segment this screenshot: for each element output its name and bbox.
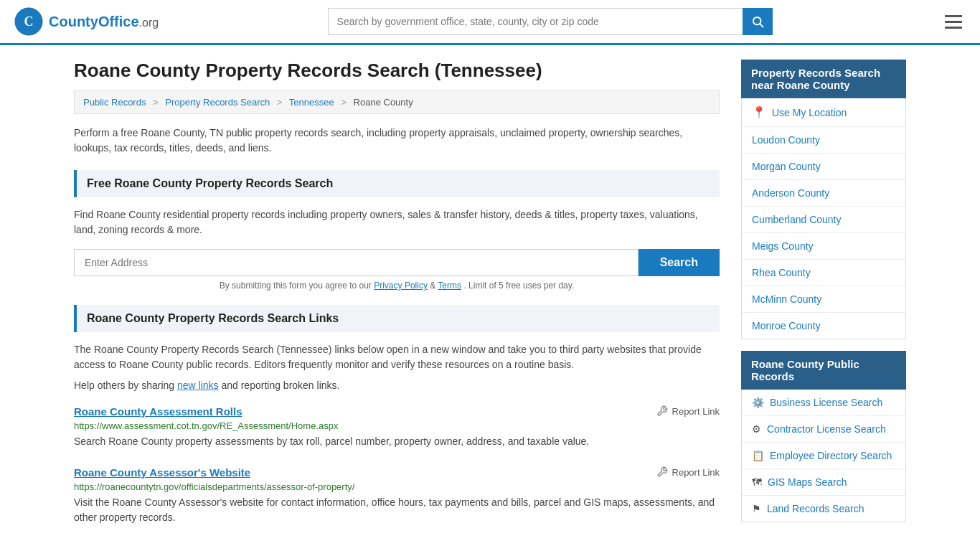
free-search-heading: Free Roane County Property Records Searc…	[74, 170, 720, 197]
main-container: Roane County Property Records Search (Te…	[60, 45, 920, 551]
address-form: Search By submitting this form you agree…	[74, 249, 720, 291]
terms-link[interactable]: Terms	[438, 281, 461, 291]
svg-text:C: C	[24, 14, 34, 29]
header-search-input[interactable]	[328, 8, 743, 35]
menu-bar-1	[945, 15, 962, 17]
breadcrumb-sep-3: >	[341, 97, 347, 108]
link-entry-2-header: Roane County Assessor's Website Report L…	[74, 466, 720, 479]
content-area: Roane County Property Records Search (Te…	[74, 60, 720, 542]
sidebar-item-cumberland[interactable]: Cumberland County	[742, 207, 905, 233]
address-form-row: Search	[74, 249, 720, 276]
link-url-2: https://roanecountytn.gov/officialsdepar…	[74, 481, 720, 492]
link-url-1: https://www.assessment.cot.tn.gov/RE_Ass…	[74, 420, 720, 431]
page-title: Roane County Property Records Search (Te…	[74, 60, 720, 82]
land-icon-records: ⚑	[752, 503, 761, 514]
logo-text: CountyOffice.org	[49, 14, 159, 30]
header-search-button[interactable]	[743, 8, 773, 35]
map-icon-gis: 🗺	[752, 476, 762, 488]
wrench-icon-2	[656, 466, 668, 478]
report-link-button-2[interactable]: Report Link	[656, 466, 720, 478]
sidebar-item-loudon[interactable]: Loudon County	[742, 127, 905, 154]
public-records-item-contractor[interactable]: ⚙ Contractor License Search	[742, 416, 905, 443]
breadcrumb: Public Records > Property Records Search…	[74, 90, 720, 114]
link-entry-1-header: Roane County Assessment Rolls Report Lin…	[74, 405, 720, 418]
link-desc-2: Visit the Roane County Assessor's websit…	[74, 495, 720, 525]
report-link-button-1[interactable]: Report Link	[656, 405, 720, 417]
breadcrumb-property-records-search[interactable]: Property Records Search	[165, 97, 270, 108]
breadcrumb-sep-2: >	[277, 97, 283, 108]
hamburger-menu-button[interactable]	[941, 11, 966, 32]
wrench-icon-1	[656, 405, 668, 417]
svg-line-3	[760, 24, 763, 27]
sidebar-item-mcminn[interactable]: McMinn County	[742, 286, 905, 313]
new-links-link[interactable]: new links	[177, 380, 219, 391]
rhea-county-link[interactable]: Rhea County	[752, 267, 811, 278]
breadcrumb-public-records[interactable]: Public Records	[83, 97, 146, 108]
link-entry-2: Roane County Assessor's Website Report L…	[74, 466, 720, 525]
gear-icon-business: ⚙️	[752, 397, 764, 408]
breadcrumb-sep-1: >	[153, 97, 159, 108]
sidebar-item-meigs[interactable]: Meigs County	[742, 233, 905, 260]
nearby-counties-list: 📍 Use My Location Loudon County Morgan C…	[741, 98, 906, 339]
link-title-2[interactable]: Roane County Assessor's Website	[74, 466, 250, 479]
menu-bar-2	[945, 21, 962, 23]
gear-icon-contractor: ⚙	[752, 423, 761, 435]
land-records-search-link[interactable]: Land Records Search	[767, 503, 864, 514]
address-input[interactable]	[74, 249, 639, 276]
form-disclaimer: By submitting this form you agree to our…	[74, 281, 720, 291]
logo-icon: C	[14, 7, 43, 36]
sidebar-item-anderson[interactable]: Anderson County	[742, 180, 905, 207]
header: C CountyOffice.org	[0, 0, 980, 45]
sidebar-item-morgan[interactable]: Morgan County	[742, 154, 905, 180]
breadcrumb-tennessee[interactable]: Tennessee	[289, 97, 334, 108]
public-records-section-title: Roane County Public Records	[741, 351, 906, 390]
link-entry-1: Roane County Assessment Rolls Report Lin…	[74, 405, 720, 449]
menu-bar-3	[945, 27, 962, 29]
business-license-search-link[interactable]: Business License Search	[770, 397, 882, 408]
search-bar-area	[328, 8, 773, 35]
search-button[interactable]: Search	[639, 249, 720, 276]
public-records-list: ⚙️ Business License Search ⚙ Contractor …	[741, 390, 906, 522]
sidebar-use-my-location[interactable]: 📍 Use My Location	[742, 98, 905, 127]
gis-maps-search-link[interactable]: GIS Maps Search	[768, 476, 847, 488]
use-my-location-link[interactable]: Use My Location	[772, 107, 847, 118]
page-description: Perform a free Roane County, TN public p…	[74, 126, 720, 156]
links-description: The Roane County Property Records Search…	[74, 342, 720, 372]
contractor-license-search-link[interactable]: Contractor License Search	[767, 423, 886, 435]
public-records-item-employee[interactable]: 📋 Employee Directory Search	[742, 443, 905, 469]
search-icon	[751, 15, 764, 28]
privacy-policy-link[interactable]: Privacy Policy	[374, 281, 428, 291]
sidebar-item-monroe[interactable]: Monroe County	[742, 313, 905, 339]
sidebar-item-rhea[interactable]: Rhea County	[742, 260, 905, 286]
nearby-section-title: Property Records Search near Roane Count…	[741, 60, 906, 98]
cumberland-county-link[interactable]: Cumberland County	[752, 214, 842, 225]
monroe-county-link[interactable]: Monroe County	[752, 320, 821, 331]
mcminn-county-link[interactable]: McMinn County	[752, 293, 821, 305]
sidebar: Property Records Search near Roane Count…	[741, 60, 906, 542]
logo-area: C CountyOffice.org	[14, 7, 159, 36]
meigs-county-link[interactable]: Meigs County	[752, 240, 814, 252]
public-records-item-land[interactable]: ⚑ Land Records Search	[742, 496, 905, 522]
employee-directory-search-link[interactable]: Employee Directory Search	[770, 450, 892, 461]
share-links-text: Help others by sharing new links and rep…	[74, 380, 720, 391]
free-search-description: Find Roane County residential property r…	[74, 207, 720, 237]
link-desc-1: Search Roane County property assessments…	[74, 434, 720, 449]
link-title-1[interactable]: Roane County Assessment Rolls	[74, 405, 242, 418]
links-section-heading: Roane County Property Records Search Lin…	[74, 305, 720, 332]
breadcrumb-roane-county: Roane County	[354, 97, 413, 108]
loudon-county-link[interactable]: Loudon County	[752, 134, 820, 146]
book-icon-employee: 📋	[752, 450, 764, 461]
location-pin-icon: 📍	[752, 105, 766, 119]
public-records-item-business[interactable]: ⚙️ Business License Search	[742, 390, 905, 416]
public-records-item-gis[interactable]: 🗺 GIS Maps Search	[742, 469, 905, 496]
anderson-county-link[interactable]: Anderson County	[752, 187, 829, 199]
morgan-county-link[interactable]: Morgan County	[752, 161, 821, 172]
